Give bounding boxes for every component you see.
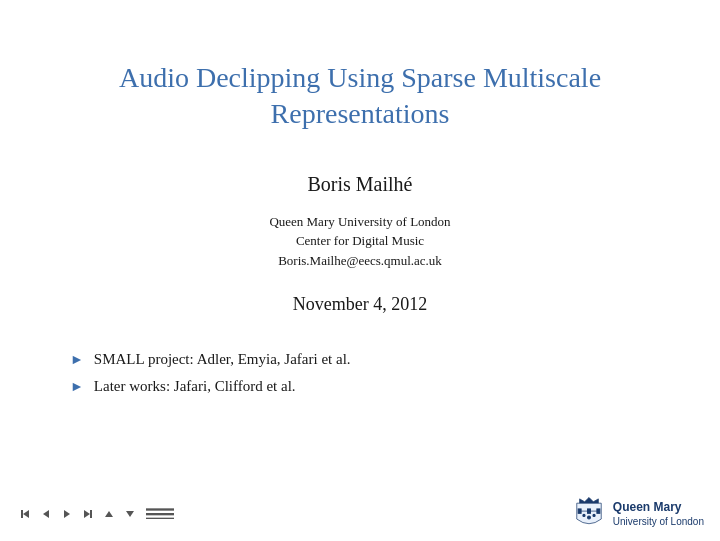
nav-next-button[interactable] bbox=[58, 505, 76, 523]
author-section: Boris Mailhé bbox=[308, 173, 413, 196]
date-section: November 4, 2012 bbox=[293, 294, 427, 315]
nav-prev-button[interactable] bbox=[37, 505, 55, 523]
svg-marker-4 bbox=[84, 510, 90, 518]
logo-text: Queen Mary University of London bbox=[613, 500, 704, 529]
nav-controls bbox=[16, 505, 178, 523]
slide-date: November 4, 2012 bbox=[293, 294, 427, 315]
list-item: ► Later works: Jafari, Clifford et al. bbox=[70, 378, 650, 395]
bullet-text: Later works: Jafari, Clifford et al. bbox=[94, 378, 296, 395]
title-section: Audio Declipping Using Sparse Multiscale… bbox=[59, 60, 661, 133]
svg-rect-1 bbox=[21, 510, 23, 518]
nav-last-button[interactable] bbox=[79, 505, 97, 523]
bullet-text: SMALL project: Adler, Emyia, Jafari et a… bbox=[94, 351, 351, 368]
bullet-arrow-icon: ► bbox=[70, 352, 84, 368]
affiliation-section: Queen Mary University of London Center f… bbox=[269, 212, 450, 271]
bullets-section: ► SMALL project: Adler, Emyia, Jafari et… bbox=[0, 351, 720, 405]
nav-first-button[interactable] bbox=[16, 505, 34, 523]
svg-rect-8 bbox=[146, 508, 174, 510]
svg-point-18 bbox=[593, 514, 595, 516]
svg-rect-11 bbox=[578, 509, 581, 513]
logo-subtitle: University of London bbox=[613, 515, 704, 528]
svg-rect-10 bbox=[146, 518, 174, 519]
svg-marker-0 bbox=[23, 510, 29, 518]
author-name: Boris Mailhé bbox=[308, 173, 413, 196]
slide-title: Audio Declipping Using Sparse Multiscale… bbox=[119, 60, 601, 133]
bullet-arrow-icon: ► bbox=[70, 379, 84, 395]
page-indicator bbox=[146, 507, 174, 521]
affiliation: Queen Mary University of London Center f… bbox=[269, 212, 450, 271]
svg-rect-5 bbox=[90, 510, 92, 518]
logo-name: Queen Mary bbox=[613, 500, 704, 516]
svg-marker-7 bbox=[126, 511, 134, 517]
queen-mary-logo: Queen Mary University of London bbox=[571, 496, 704, 532]
svg-rect-9 bbox=[146, 513, 174, 515]
svg-rect-12 bbox=[587, 509, 590, 513]
svg-marker-6 bbox=[105, 511, 113, 517]
list-item: ► SMALL project: Adler, Emyia, Jafari et… bbox=[70, 351, 650, 368]
bottom-bar: Queen Mary University of London bbox=[0, 493, 720, 541]
svg-point-16 bbox=[587, 516, 590, 519]
svg-rect-13 bbox=[597, 509, 600, 513]
svg-marker-3 bbox=[64, 510, 70, 518]
slide: Audio Declipping Using Sparse Multiscale… bbox=[0, 0, 720, 541]
crown-icon bbox=[571, 496, 607, 532]
nav-down-button[interactable] bbox=[121, 505, 139, 523]
svg-point-17 bbox=[583, 514, 585, 516]
nav-up-button[interactable] bbox=[100, 505, 118, 523]
svg-marker-2 bbox=[43, 510, 49, 518]
